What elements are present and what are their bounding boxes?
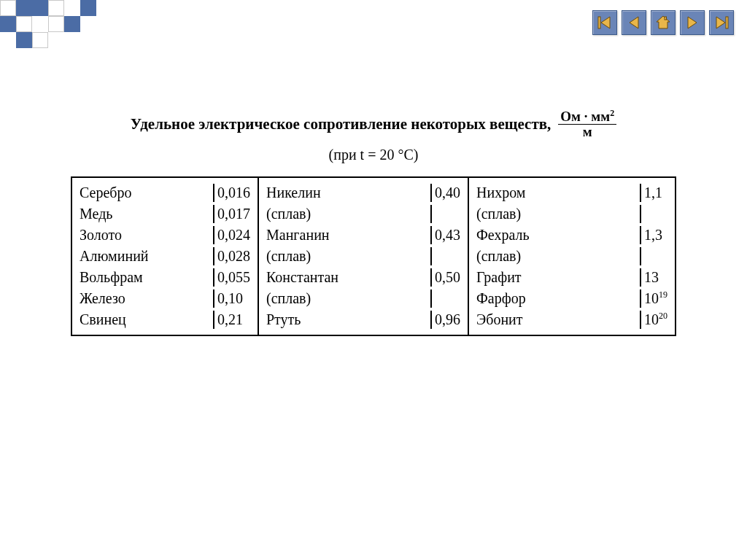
material-cell: Железо xyxy=(80,289,203,308)
value-cell: 0,50 xyxy=(430,268,460,287)
nav-next-button[interactable] xyxy=(680,10,705,35)
material-note: (сплав) xyxy=(476,205,630,223)
slide-content: Удельное электрическое сопротивление нек… xyxy=(44,109,703,336)
value-blank xyxy=(430,289,460,308)
value-blank xyxy=(430,247,460,265)
slide-subtitle: (при t = 20 °C) xyxy=(44,147,703,163)
value-cell: 0,017 xyxy=(213,205,250,223)
value-cell: 0,024 xyxy=(213,226,250,244)
material-cell: Медь xyxy=(80,205,203,223)
svg-marker-3 xyxy=(657,16,670,28)
svg-rect-7 xyxy=(726,17,728,28)
chevron-right-icon xyxy=(684,15,700,31)
svg-marker-6 xyxy=(716,17,725,28)
nav-last-button[interactable] xyxy=(709,10,734,35)
title-text: Удельное электрическое сопротивление нек… xyxy=(131,115,551,133)
material-cell: Серебро xyxy=(80,184,203,202)
value-cell: 0,43 xyxy=(430,226,460,244)
value-cell: 1019 xyxy=(640,289,667,308)
material-cell: Графит xyxy=(476,268,630,287)
material-cell: Нихром xyxy=(476,184,630,202)
value-cell: 1,3 xyxy=(640,226,667,244)
home-icon xyxy=(655,15,671,31)
nav-home-button[interactable] xyxy=(651,10,676,35)
corner-decoration xyxy=(0,0,131,51)
table-column-2: Никелин0,40(сплав) Манганин0,43(сплав) К… xyxy=(258,178,468,335)
material-cell: Эбонит xyxy=(476,311,630,329)
value-cell: 0,10 xyxy=(213,289,250,308)
material-cell: Свинец xyxy=(80,311,203,329)
material-cell: Манганин xyxy=(266,226,420,244)
svg-marker-5 xyxy=(688,17,697,28)
svg-marker-1 xyxy=(601,17,610,28)
unit-den: м xyxy=(581,125,595,139)
slide-title: Удельное электрическое сопротивление нек… xyxy=(44,109,703,139)
chevron-left-icon xyxy=(626,15,642,31)
material-note: (сплав) xyxy=(266,205,420,223)
resistivity-table: Серебро0,016Медь0,017Золото0,024Алюминий… xyxy=(71,176,676,336)
value-cell: 0,40 xyxy=(430,184,460,202)
material-cell: Алюминий xyxy=(80,247,203,265)
value-blank xyxy=(640,247,667,265)
unit-num: Ом · мм xyxy=(560,109,610,124)
last-icon xyxy=(713,15,729,31)
slide-nav xyxy=(592,10,734,35)
value-cell: 13 xyxy=(640,268,667,287)
value-cell: 0,055 xyxy=(213,268,250,287)
svg-rect-4 xyxy=(665,17,667,20)
svg-marker-2 xyxy=(630,17,638,28)
svg-rect-0 xyxy=(598,17,600,28)
material-cell: Фарфор xyxy=(476,289,630,308)
value-cell: 0,016 xyxy=(213,184,250,202)
value-cell: 0,028 xyxy=(213,247,250,265)
table-column-3: Нихром1,1(сплав) Фехраль1,3(сплав) Графи… xyxy=(468,178,676,335)
material-cell: Золото xyxy=(80,226,203,244)
value-cell: 1020 xyxy=(640,311,667,329)
material-note: (сплав) xyxy=(266,247,420,265)
material-cell: Фехраль xyxy=(476,226,630,244)
table-column-1: Серебро0,016Медь0,017Золото0,024Алюминий… xyxy=(71,178,258,335)
material-cell: Константан xyxy=(266,268,420,287)
value-cell: 0,21 xyxy=(213,311,250,329)
nav-first-button[interactable] xyxy=(592,10,617,35)
value-cell: 1,1 xyxy=(640,184,667,202)
value-blank xyxy=(640,205,667,223)
material-cell: Ртуть xyxy=(266,311,420,329)
first-icon xyxy=(597,15,613,31)
material-note: (сплав) xyxy=(266,289,420,308)
value-blank xyxy=(430,205,460,223)
unit-num-sup: 2 xyxy=(610,108,614,118)
material-cell: Вольфрам xyxy=(80,268,203,287)
unit-fraction: Ом · мм2 м xyxy=(558,109,616,139)
nav-prev-button[interactable] xyxy=(622,10,646,35)
material-cell: Никелин xyxy=(266,184,420,202)
value-cell: 0,96 xyxy=(430,311,460,329)
material-note: (сплав) xyxy=(476,247,630,265)
